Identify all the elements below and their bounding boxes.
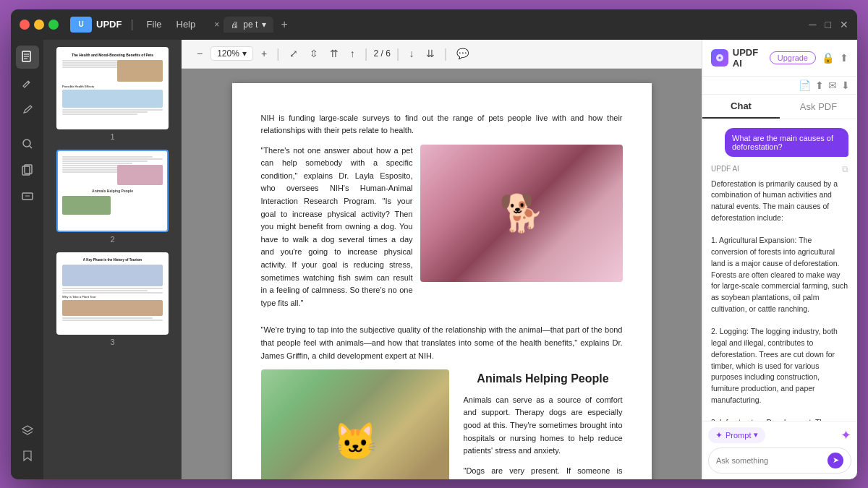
thumbnail-page-1[interactable]: The Health and Mood-Boosting Benefits of… bbox=[51, 47, 174, 141]
left-sidebar bbox=[11, 40, 44, 479]
titlebar-minimize-icon[interactable]: ─ bbox=[809, 19, 817, 30]
sidebar-icon-search[interactable] bbox=[16, 132, 39, 155]
sidebar-icon-pages[interactable] bbox=[16, 46, 39, 69]
titlebar-close-icon[interactable]: ✕ bbox=[840, 19, 848, 30]
ai-logo: UPDF AI bbox=[711, 47, 770, 69]
logo-icon: U bbox=[70, 17, 92, 33]
pdf-paragraph-3: "We're trying to tap into the subjective… bbox=[261, 324, 623, 362]
menu-help[interactable]: Help bbox=[172, 17, 200, 31]
prompt-label: Prompt bbox=[726, 431, 751, 440]
prompt-dots-icon: ✦ bbox=[715, 430, 723, 440]
ai-sparkle-icon[interactable]: ✦ bbox=[841, 427, 851, 443]
thumb-label-2: 2 bbox=[110, 235, 114, 244]
tab-item[interactable]: 🖨 pe t ▾ bbox=[224, 17, 273, 33]
tab-chat[interactable]: Chat bbox=[702, 95, 780, 119]
zoom-dropdown-icon: ▾ bbox=[242, 48, 247, 59]
thumb-page-3-content: A Key Phase in the History of Tourism Wh… bbox=[56, 252, 169, 335]
ai-header: UPDF AI Upgrade 🔒 ⬆ bbox=[702, 40, 857, 77]
ai-mail-icon[interactable]: ✉ bbox=[828, 80, 837, 91]
ai-file-icon[interactable]: 📄 bbox=[799, 80, 811, 91]
maximize-button[interactable] bbox=[48, 20, 59, 30]
user-message: What are the main causes of deforestatio… bbox=[725, 128, 848, 157]
tab-close-icon[interactable]: × bbox=[213, 18, 221, 31]
tab-add-button[interactable]: + bbox=[276, 17, 292, 33]
ai-copy-icon[interactable]: ⧉ bbox=[842, 164, 848, 174]
tab-label: pe t bbox=[243, 20, 258, 30]
cat-image: 🐱 bbox=[261, 369, 449, 479]
ai-panel: UPDF AI Upgrade 🔒 ⬆ 📄 ⬆ ✉ ⬇ Chat Ask PDF bbox=[702, 40, 857, 479]
animals-heading: Animals Helping People bbox=[464, 369, 623, 388]
svg-line-6 bbox=[30, 146, 32, 148]
sidebar-icon-annotate[interactable] bbox=[16, 98, 39, 121]
upgrade-button[interactable]: Upgrade bbox=[770, 51, 816, 64]
zoom-in-button[interactable]: + bbox=[258, 46, 271, 61]
ai-messages[interactable]: What are the main causes of deforestatio… bbox=[702, 119, 857, 421]
pdf-content[interactable]: NIH is funding large-scale surveys to fi… bbox=[182, 69, 702, 479]
sidebar-icon-ocr[interactable] bbox=[16, 184, 39, 207]
pdf-paragraph-5: "Dogs are very present. If someone is st… bbox=[464, 465, 623, 479]
toolbar: − 120% ▾ + | ⤢ ⇳ ⇈ ↑ | 2 / 6 | ↓ ⇊ | � bbox=[182, 40, 702, 69]
thumb-label-3: 3 bbox=[110, 338, 114, 346]
thumbnail-page-2[interactable]: Animals Helping People 2 bbox=[51, 150, 174, 244]
svg-point-5 bbox=[23, 140, 30, 147]
ai-send-button[interactable]: ➤ bbox=[827, 453, 843, 468]
ai-download-icon[interactable]: ⬇ bbox=[841, 80, 850, 91]
minimize-button[interactable] bbox=[34, 20, 44, 30]
close-button[interactable] bbox=[20, 20, 30, 30]
page-down-button[interactable]: ↓ bbox=[406, 46, 418, 61]
comment-button[interactable]: 💬 bbox=[453, 46, 472, 61]
logo-text: UPDF bbox=[96, 19, 122, 30]
pdf-text-column: "There's not one answer about how a pet … bbox=[261, 145, 413, 317]
chat-tabs: Chat Ask PDF bbox=[702, 95, 857, 119]
skip-first-button[interactable]: ⇈ bbox=[326, 46, 342, 61]
title-bar-actions: ─ □ ✕ bbox=[809, 19, 848, 30]
ai-input-field[interactable] bbox=[716, 456, 823, 465]
ai-upload-icon[interactable]: ⬆ bbox=[815, 80, 824, 91]
prompt-select-button[interactable]: ✦ Prompt ▾ bbox=[708, 427, 765, 443]
menu-file[interactable]: File bbox=[142, 17, 166, 31]
tab-ask-pdf[interactable]: Ask PDF bbox=[780, 95, 857, 119]
ai-message: UPDF AI ⧉ Deforestation is primarily cau… bbox=[711, 164, 848, 421]
main-content: The Health and Mood-Boosting Benefits of… bbox=[11, 40, 857, 479]
thumb-page-1-content: The Health and Mood-Boosting Benefits of… bbox=[56, 47, 169, 129]
pdf-page: NIH is funding large-scale surveys to fi… bbox=[232, 83, 652, 479]
ai-message-text: Deforestation is primarily caused by a c… bbox=[711, 179, 848, 421]
sidebar-icon-bookmark[interactable] bbox=[16, 445, 39, 468]
sidebar-bottom bbox=[16, 419, 39, 474]
ai-logo-text: UPDF AI bbox=[733, 47, 770, 69]
skip-last-button[interactable]: ⇊ bbox=[422, 46, 438, 61]
ai-export-icon[interactable]: ⬆ bbox=[840, 52, 848, 64]
logo-area: U UPDF bbox=[70, 17, 122, 33]
ai-lock-icon[interactable]: 🔒 bbox=[822, 52, 834, 64]
fit-page-button[interactable]: ⇳ bbox=[306, 46, 322, 61]
zoom-out-button[interactable]: − bbox=[193, 46, 206, 61]
sidebar-icon-copy[interactable] bbox=[16, 158, 39, 181]
thumbnail-page-3[interactable]: A Key Phase in the History of Tourism Wh… bbox=[51, 252, 174, 346]
title-separator: | bbox=[130, 18, 133, 31]
pdf-area: − 120% ▾ + | ⤢ ⇳ ⇈ ↑ | 2 / 6 | ↓ ⇊ | � bbox=[182, 40, 702, 479]
ai-message-header: UPDF AI ⧉ bbox=[711, 164, 848, 174]
app-window: U UPDF | File Help × 🖨 pe t ▾ + ─ □ ✕ bbox=[11, 9, 857, 479]
sidebar-icon-edit[interactable] bbox=[16, 72, 39, 95]
titlebar-maximize-icon[interactable]: □ bbox=[825, 19, 831, 30]
sidebar-icon-layers[interactable] bbox=[16, 419, 39, 442]
ai-input-area: ✦ Prompt ▾ ✦ ➤ bbox=[702, 421, 857, 479]
page-nav-current: 2 / 6 bbox=[373, 48, 390, 59]
fit-width-button[interactable]: ⤢ bbox=[286, 46, 302, 61]
pdf-paragraph-1: NIH is funding large-scale surveys to fi… bbox=[261, 112, 623, 137]
ai-input-box: ➤ bbox=[708, 448, 851, 474]
title-bar: U UPDF | File Help × 🖨 pe t ▾ + ─ □ ✕ bbox=[11, 9, 857, 40]
toolbar-sep-4: | bbox=[444, 46, 448, 61]
zoom-display[interactable]: 120% ▾ bbox=[210, 46, 253, 61]
cat-emoji: 🐱 bbox=[333, 413, 378, 471]
page-up-button[interactable]: ↑ bbox=[346, 46, 359, 61]
send-icon: ➤ bbox=[833, 455, 839, 465]
pdf-animals-column: Animals Helping People Animals can serve… bbox=[456, 369, 623, 479]
pdf-text: NIH is funding large-scale surveys to fi… bbox=[261, 112, 623, 479]
thumbnail-panel: The Health and Mood-Boosting Benefits of… bbox=[44, 40, 182, 479]
dogs-emoji: 🐕 bbox=[499, 184, 544, 242]
prompt-dropdown-icon: ▾ bbox=[754, 430, 758, 440]
window-controls bbox=[20, 20, 59, 30]
ai-logo-icon bbox=[711, 49, 728, 67]
pdf-paragraph-4: Animals can serve as a source of comfort… bbox=[464, 394, 623, 458]
